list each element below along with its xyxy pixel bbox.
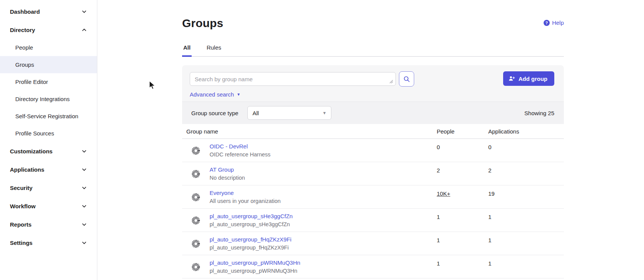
people-count-link[interactable]: 10K+ <box>437 190 450 197</box>
chevron-up-icon <box>81 27 87 33</box>
group-icon <box>192 263 200 271</box>
group-name-link[interactable]: pl_auto_usergroup_sHe3ggCfZn <box>210 213 293 219</box>
sidebar-item-customizations[interactable]: Customizations <box>0 142 97 160</box>
sidebar-item-profile-editor[interactable]: Profile Editor <box>0 73 97 90</box>
people-count: 1 <box>437 209 488 232</box>
sidebar-item-applications[interactable]: Applications <box>0 160 97 179</box>
chevron-down-icon <box>81 240 87 246</box>
chevron-down-icon <box>81 222 87 227</box>
sidebar-item-groups[interactable]: Groups <box>0 56 97 73</box>
applications-count: 19 <box>488 185 564 208</box>
resize-grip-icon[interactable] <box>389 80 393 84</box>
chevron-down-icon <box>81 185 87 191</box>
help-label: Help <box>552 19 564 26</box>
chevron-down-icon <box>81 203 87 209</box>
chevron-down-icon <box>81 9 87 14</box>
group-source-type-select[interactable]: All ▼ <box>247 106 331 120</box>
people-count: 0 <box>437 139 488 162</box>
group-description: OIDC reference Harness <box>210 151 271 158</box>
group-description: pl_auto_usergroup_sHe3ggCfZn <box>210 221 293 227</box>
group-icon <box>192 146 200 155</box>
people-count: 2 <box>437 162 488 185</box>
people-count: 1 <box>437 255 488 278</box>
add-group-label: Add group <box>518 76 547 82</box>
caret-down-icon: ▼ <box>237 92 240 97</box>
filter-strip: Group source type All ▼ Showing 25 <box>182 101 564 124</box>
applications-count: 1 <box>488 232 564 255</box>
column-header-group-name: Group name <box>182 128 437 135</box>
table-row: AT Group No description 2 2 <box>182 162 564 185</box>
group-description: pl_auto_usergroup_fHqZKzX9Fi <box>210 245 291 251</box>
applications-count: 1 <box>488 209 564 232</box>
group-name-link[interactable]: Everyone <box>210 190 234 196</box>
sidebar-item-security[interactable]: Security <box>0 179 97 197</box>
tab-bar: All Rules <box>182 44 564 57</box>
column-header-people: People <box>437 128 488 135</box>
sidebar-item-settings[interactable]: Settings <box>0 233 97 252</box>
search-button[interactable] <box>399 71 414 87</box>
add-person-icon <box>508 76 515 82</box>
people-count: 1 <box>437 232 488 255</box>
sidebar-item-profile-sources[interactable]: Profile Sources <box>0 125 97 142</box>
group-name-link[interactable]: pl_auto_usergroup_pWRNMuQ3Hn <box>210 259 300 266</box>
group-name-link[interactable]: AT Group <box>210 166 234 173</box>
table-row: pl_auto_usergroup_sHe3ggCfZn pl_auto_use… <box>182 209 564 232</box>
add-group-button[interactable]: Add group <box>503 71 554 86</box>
group-icon <box>192 240 200 248</box>
group-icon <box>192 216 200 225</box>
sidebar-item-label: Directory <box>10 27 35 33</box>
applications-count: 2 <box>488 162 564 185</box>
applications-count: 0 <box>488 139 564 162</box>
search-icon <box>404 76 410 82</box>
table-row: OIDC - DevRel OIDC reference Harness 0 0 <box>182 139 564 162</box>
sidebar-item-label: Dashboard <box>10 8 40 15</box>
group-description: No description <box>210 175 245 181</box>
question-circle-icon: ? <box>544 20 550 26</box>
advanced-search-link[interactable]: Advanced search ▼ <box>190 91 240 98</box>
group-description: pl_auto_usergroup_pWRNMuQ3Hn <box>210 268 300 274</box>
showing-count: Showing 25 <box>525 110 554 116</box>
sidebar-item-directory-integrations[interactable]: Directory Integrations <box>0 90 97 108</box>
tab-all[interactable]: All <box>182 44 192 57</box>
help-link[interactable]: ? Help <box>544 19 564 26</box>
group-description: All users in your organization <box>210 198 281 204</box>
table-row: pl_auto_usergroup_fHqZKzX9Fi pl_auto_use… <box>182 232 564 255</box>
group-icon <box>192 193 200 201</box>
group-icon <box>192 170 200 178</box>
table-row: Everyone All users in your organization … <box>182 185 564 209</box>
group-source-type-label: Group source type <box>191 110 238 116</box>
sidebar-item-dashboard[interactable]: Dashboard <box>0 2 97 21</box>
page-title: Groups <box>182 0 564 30</box>
caret-down-icon: ▼ <box>323 111 327 115</box>
group-name-link[interactable]: pl_auto_usergroup_fHqZKzX9Fi <box>210 236 291 243</box>
sidebar-item-workflow[interactable]: Workflow <box>0 197 97 215</box>
table-row: pl_auto_usergroup_pWRNMuQ3Hn pl_auto_use… <box>182 255 564 278</box>
table-header: Group name People Applications <box>182 124 564 139</box>
tab-rules[interactable]: Rules <box>205 44 222 57</box>
column-header-applications: Applications <box>488 128 564 135</box>
search-input[interactable] <box>190 72 396 86</box>
sidebar: Dashboard Directory People Groups Profil… <box>0 0 97 280</box>
main-content: ? Help Groups All Rules <box>97 0 644 280</box>
sidebar-item-self-service-registration[interactable]: Self-Service Registration <box>0 108 97 125</box>
chevron-down-icon <box>81 148 87 154</box>
sidebar-item-reports[interactable]: Reports <box>0 215 97 233</box>
select-value: All <box>252 110 259 116</box>
sidebar-item-people[interactable]: People <box>0 39 97 56</box>
svg-text:?: ? <box>546 20 548 25</box>
search-panel: Advanced search ▼ Add group <box>182 65 564 101</box>
sidebar-item-directory[interactable]: Directory <box>0 21 97 39</box>
applications-count: 1 <box>488 255 564 278</box>
group-name-link[interactable]: OIDC - DevRel <box>210 143 248 150</box>
chevron-down-icon <box>81 167 87 172</box>
